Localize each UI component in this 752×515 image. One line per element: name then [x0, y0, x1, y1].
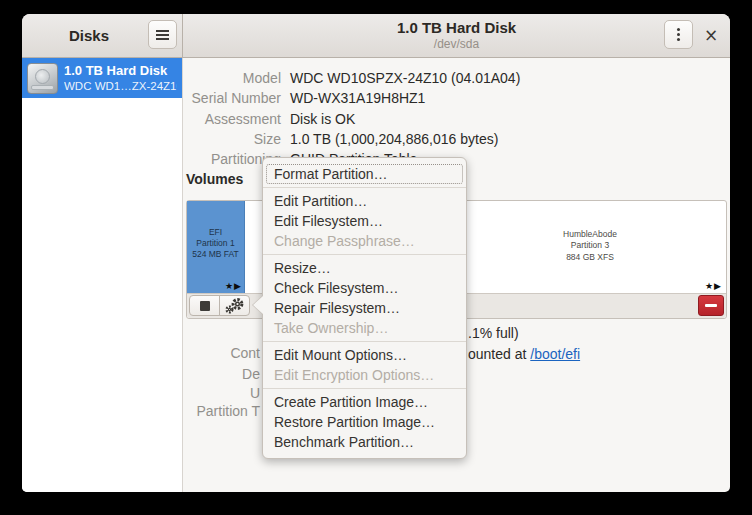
volume-info-label-contents: Cont [230, 345, 260, 361]
info-label: Size [183, 131, 281, 147]
partition-size: 884 GB XFS [455, 252, 725, 263]
volume-button-group [189, 295, 250, 316]
partition-humbleabode-labels: HumbleAbode Partition 3 884 GB XFS [455, 229, 725, 263]
star-icon: ★ [225, 281, 234, 291]
window-title-block: 1.0 TB Hard Disk /dev/sda [397, 19, 516, 51]
headerbar: Disks 1.0 TB Hard Disk /dev/sda × [22, 14, 730, 58]
boot-efi-link[interactable]: /boot/efi [530, 346, 580, 362]
harddisk-icon [27, 63, 58, 94]
sidebar-item-text: 1.0 TB Hard Disk WDC WD1…ZX-24Z10 [64, 63, 177, 94]
headerbar-sidebar-section: Disks [22, 14, 183, 57]
popover-tail [253, 296, 263, 314]
sidebar-item-harddisk[interactable]: 1.0 TB Hard Disk WDC WD1…ZX-24Z10 [22, 58, 182, 98]
info-label: Assessment [183, 111, 281, 127]
hamburger-icon [156, 30, 169, 40]
gnome-disks-window: Disks 1.0 TB Hard Disk /dev/sda × [22, 14, 730, 492]
info-row-size: Size 1.0 TB (1,000,204,886,016 bytes) [183, 130, 730, 148]
partition-context-menu: Format Partition… Edit Partition… Edit F… [262, 157, 467, 459]
menu-item-edit-partition[interactable]: Edit Partition… [263, 191, 466, 211]
menu-item-resize[interactable]: Resize… [263, 258, 466, 278]
window-subtitle: /dev/sda [397, 37, 516, 51]
partition-size: 524 MB FAT [187, 249, 244, 260]
volume-size-value: .1% full) [468, 325, 519, 341]
info-row-serial: Serial Number WD-WX31A19H8HZ1 [183, 89, 730, 107]
drive-detail-panel: Model WDC WD10SPZX-24Z10 (04.01A04) Seri… [183, 58, 730, 492]
menu-item-benchmark-partition[interactable]: Benchmark Partition… [263, 432, 466, 452]
sidebar-disk-subtitle: WDC WD1…ZX-24Z10 [64, 79, 177, 93]
volume-info-label-device: De [242, 366, 260, 382]
close-window-button[interactable]: × [698, 22, 724, 48]
app-title: Disks [69, 27, 109, 44]
menu-item-change-passphrase: Change Passphrase… [263, 231, 466, 251]
menu-item-edit-filesystem[interactable]: Edit Filesystem… [263, 211, 466, 231]
app-menu-button[interactable] [148, 20, 177, 49]
volume-contents-value: ounted at /boot/efi [468, 346, 580, 362]
info-row-assessment: Assessment Disk is OK [183, 110, 730, 128]
info-value: WD-WX31A19H8HZ1 [290, 90, 425, 106]
info-value: 1.0 TB (1,000,204,886,016 bytes) [290, 131, 498, 147]
headerbar-main-section: 1.0 TB Hard Disk /dev/sda × [183, 14, 730, 57]
menu-item-repair-filesystem[interactable]: Repair Filesystem… [263, 298, 466, 318]
menu-item-format-partition[interactable]: Format Partition… [263, 164, 466, 184]
drive-options-button[interactable] [664, 20, 693, 49]
sidebar-disk-title: 1.0 TB Hard Disk [64, 63, 177, 79]
minus-icon [705, 304, 717, 307]
desktop-background: Disks 1.0 TB Hard Disk /dev/sda × [0, 0, 752, 515]
partition-block-efi[interactable]: EFI Partition 1 524 MB FAT ★▶ [187, 201, 245, 293]
menu-item-check-filesystem[interactable]: Check Filesystem… [263, 278, 466, 298]
info-value: Disk is OK [290, 111, 355, 127]
info-value: WDC WD10SPZX-24Z10 (04.01A04) [290, 70, 520, 86]
partition-number: Partition 3 [455, 240, 725, 251]
partition-name: EFI [187, 227, 244, 238]
volumes-section-title: Volumes [186, 171, 243, 187]
menu-item-create-partition-image[interactable]: Create Partition Image… [263, 392, 466, 412]
menu-separator [263, 187, 466, 188]
unmount-button[interactable] [189, 295, 220, 316]
partition-options-button[interactable] [219, 295, 250, 316]
close-icon: × [704, 25, 718, 45]
play-icon: ▶ [714, 281, 722, 291]
partition-flag-icons: ★▶ [705, 281, 722, 291]
stop-icon [200, 301, 210, 311]
vertical-dots-icon [677, 33, 680, 36]
volume-info-label-uuid: U [250, 385, 260, 401]
menu-item-edit-encryption-options: Edit Encryption Options… [263, 365, 466, 385]
partition-efi-labels: EFI Partition 1 524 MB FAT [187, 227, 244, 260]
menu-item-restore-partition-image[interactable]: Restore Partition Image… [263, 412, 466, 432]
info-label: Model [183, 70, 281, 86]
delete-partition-button[interactable] [698, 295, 724, 316]
partition-number: Partition 1 [187, 238, 244, 249]
volume-info-label-partition-type: Partition T [196, 403, 260, 419]
disk-list-sidebar: 1.0 TB Hard Disk WDC WD1…ZX-24Z10 [22, 58, 183, 492]
menu-item-edit-mount-options[interactable]: Edit Mount Options… [263, 345, 466, 365]
menu-separator [263, 388, 466, 389]
info-row-model: Model WDC WD10SPZX-24Z10 (04.01A04) [183, 69, 730, 87]
menu-separator [263, 341, 466, 342]
menu-separator [263, 254, 466, 255]
play-icon: ▶ [234, 281, 242, 291]
star-icon: ★ [705, 281, 714, 291]
menu-item-take-ownership: Take Ownership… [263, 318, 466, 338]
partition-block-humbleabode[interactable]: HumbleAbode Partition 3 884 GB XFS [455, 201, 725, 293]
window-title: 1.0 TB Hard Disk [397, 19, 516, 37]
partition-flag-icons: ★▶ [225, 281, 242, 291]
gears-icon [224, 298, 246, 314]
partition-name: HumbleAbode [455, 229, 725, 240]
contents-text: ounted at [468, 346, 530, 362]
info-label: Serial Number [183, 90, 281, 106]
